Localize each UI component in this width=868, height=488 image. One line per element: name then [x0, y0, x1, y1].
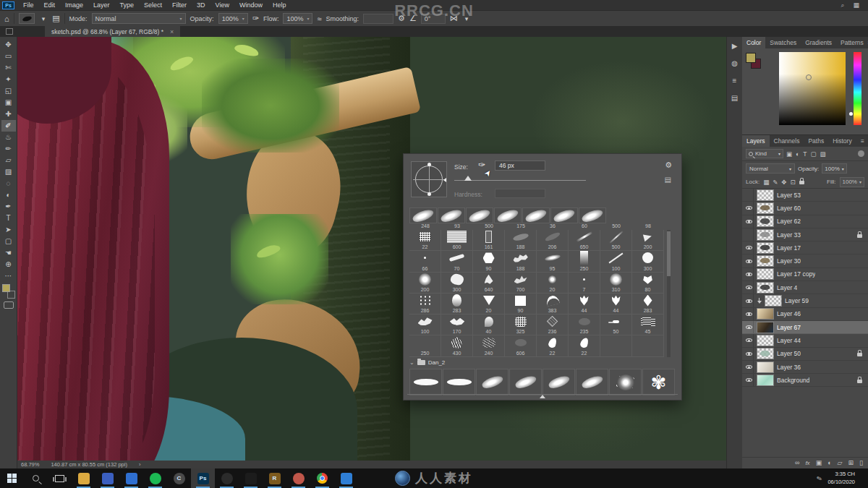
eraser-tool[interactable]: ▱	[1, 155, 16, 166]
popup-expand-icon[interactable]	[540, 395, 545, 398]
brush-preset[interactable]: 206	[537, 230, 569, 251]
brush-preset[interactable]	[600, 335, 632, 356]
chevron-down-icon[interactable]: ⌄	[409, 359, 414, 366]
menu-help[interactable]: Help	[268, 1, 292, 9]
move-tool[interactable]: ✥	[1, 39, 16, 51]
recent-brush[interactable]	[466, 207, 493, 223]
dial-arrow[interactable]	[443, 178, 446, 182]
panel-list-icon[interactable]: ▤	[665, 176, 671, 184]
tab-color[interactable]: Color	[742, 37, 765, 48]
brush-preset[interactable]: 66	[409, 251, 441, 272]
dodge-tool[interactable]: ◐	[1, 189, 16, 201]
menu-3d[interactable]: 3D	[192, 1, 210, 9]
brush-preset[interactable]: 250	[569, 251, 600, 272]
brush-group-row[interactable]: ⌄ Dan_2	[409, 359, 445, 366]
flow-dropdown[interactable]: 100%▾	[283, 13, 312, 24]
visibility-toggle[interactable]	[744, 334, 754, 346]
brush-preset-picker[interactable]	[19, 13, 35, 24]
layer-mask-icon[interactable]: ▣	[816, 460, 822, 466]
hand-tool[interactable]: ☚	[1, 247, 16, 259]
brush-preset[interactable]: 200	[632, 230, 664, 251]
menu-window[interactable]: Window	[234, 1, 268, 9]
menu-type[interactable]: Type	[115, 1, 140, 9]
brush-preset[interactable]: 200	[409, 273, 441, 294]
brush-preset[interactable]: 170	[441, 314, 473, 335]
taskbar-clock[interactable]: 3:35 CH 06/10/2020	[827, 471, 855, 485]
actions-panel-icon[interactable]: ▶	[732, 42, 738, 50]
brush-preset-large[interactable]	[576, 369, 608, 395]
brush-preset[interactable]: 606	[505, 335, 537, 356]
brush-preset[interactable]: 7	[569, 273, 600, 294]
visibility-toggle[interactable]	[744, 374, 754, 386]
status-chevron-icon[interactable]: ›	[139, 461, 141, 468]
size-slider-thumb[interactable]	[464, 176, 472, 181]
photos[interactable]	[334, 468, 358, 488]
obs[interactable]	[215, 468, 239, 488]
file-explorer[interactable]	[72, 468, 95, 488]
toolbar-ellipsis[interactable]: ⋯	[1, 270, 16, 282]
brush-preset-large[interactable]: ✾	[642, 369, 675, 395]
layer-row[interactable]: Layer 17	[742, 241, 868, 254]
brush-preset[interactable]: 236	[537, 314, 569, 335]
hardness-field[interactable]	[495, 189, 545, 198]
filter-shape-layers-icon[interactable]: ▢	[810, 150, 816, 158]
delete-layer-icon[interactable]: ▯	[859, 460, 863, 466]
clone-stamp-tool[interactable]: ♨	[1, 132, 16, 143]
mode-dropdown[interactable]: Normal▾	[92, 13, 186, 24]
saturation-picker[interactable]	[779, 52, 846, 125]
tab-layers[interactable]: Layers	[742, 135, 770, 147]
recent-brush[interactable]	[494, 207, 522, 223]
close-icon[interactable]: ×	[170, 28, 174, 35]
layer-row[interactable]: Layer 30	[742, 254, 868, 267]
scrollbar-thumb[interactable]	[667, 231, 671, 276]
color-swatches[interactable]	[2, 284, 15, 299]
layer-row[interactable]: Layer 50	[742, 348, 868, 361]
layer-effects-icon[interactable]: fx	[805, 461, 809, 466]
airbrush-icon[interactable]: ≈	[317, 14, 321, 23]
app-blue-book[interactable]	[119, 468, 143, 488]
pen-tool[interactable]: ✒	[1, 201, 16, 213]
layer-group-icon[interactable]: ▱	[838, 460, 843, 466]
recent-brush[interactable]	[550, 207, 578, 223]
brush-preset-caret[interactable]: ▾	[39, 13, 48, 24]
brush-preset[interactable]: 250	[409, 335, 441, 356]
brush-preset[interactable]: 44	[569, 294, 600, 314]
menu-image[interactable]: Image	[60, 1, 88, 9]
size-slider[interactable]	[454, 180, 586, 181]
brush-preset-large[interactable]	[609, 369, 642, 395]
document-tab[interactable]: sketch.psd @ 68.8% (Layer 67, RGB/8) * ×	[45, 26, 180, 37]
layer-row[interactable]: Background	[742, 374, 868, 387]
brush-preset[interactable]: 70	[441, 251, 473, 272]
hue-slider-thumb[interactable]	[849, 112, 853, 116]
fill-dropdown[interactable]: 100% ▾	[840, 177, 864, 187]
layer-row[interactable]: Layer 44	[742, 334, 868, 347]
quick-mask-icon[interactable]	[4, 301, 14, 309]
opacity-dropdown[interactable]: 100%▾	[218, 13, 248, 24]
quick-selection-tool[interactable]: ✦	[1, 74, 16, 85]
brush-preset[interactable]: 383	[537, 294, 569, 314]
brush-preset[interactable]: 20	[473, 294, 505, 314]
brush-preset[interactable]: 80	[632, 273, 664, 294]
recent-brush[interactable]	[438, 207, 465, 223]
tab-patterns[interactable]: Patterns	[836, 37, 868, 48]
brush-preset[interactable]: 286	[409, 294, 441, 314]
layer-row[interactable]: Layer 59	[742, 294, 868, 307]
app-dark[interactable]	[239, 468, 263, 488]
info-panel-icon[interactable]: ◍	[731, 59, 738, 67]
lock-all-icon[interactable]	[799, 181, 804, 184]
filter-smart-objects-icon[interactable]: ▨	[820, 150, 825, 158]
brush-preset[interactable]: 90	[473, 251, 505, 272]
symmetry-caret[interactable]: ▾	[462, 13, 472, 24]
brush-preset[interactable]: 90	[505, 294, 537, 314]
brush-preset[interactable]: 700	[505, 273, 537, 294]
foreground-color-swatch[interactable]	[2, 284, 10, 292]
visibility-toggle[interactable]	[744, 308, 754, 320]
visibility-toggle[interactable]	[744, 348, 754, 360]
recent-brush[interactable]	[522, 207, 550, 223]
brush-angle-dial[interactable]	[411, 161, 447, 197]
scrollbar[interactable]	[667, 230, 671, 357]
brush-preset[interactable]: 310	[600, 273, 632, 294]
app-blue-check[interactable]	[95, 468, 119, 488]
layer-row[interactable]: Layer 17 copy	[742, 268, 868, 281]
blend-mode-dropdown[interactable]: Normal ▾	[746, 163, 795, 174]
